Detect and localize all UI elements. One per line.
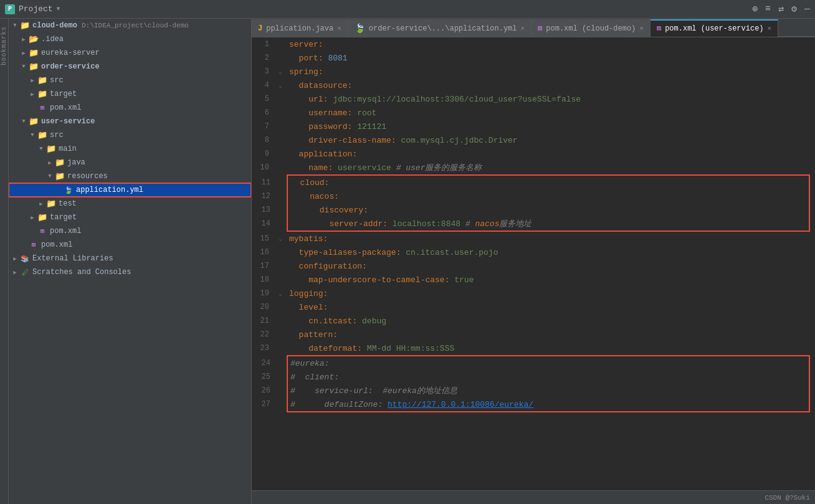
code-editor[interactable]: 1 server: 2 port: 8081 3 ⌄ spring: 4 ⌄ (252, 37, 815, 490)
sidebar-label-main: main (59, 145, 77, 153)
fold-3[interactable]: ⌄ (279, 69, 282, 75)
arrow-src-user (29, 131, 36, 139)
line-num-15: 15 (252, 234, 274, 243)
sidebar-item-idea[interactable]: 📂 .idea (9, 32, 251, 46)
minimize-icon[interactable]: — (804, 4, 810, 14)
scratches-icon: 🖊 (20, 267, 30, 277)
line-content-11: cloud: (288, 178, 809, 188)
folder-icon-test: 📁 (46, 199, 56, 209)
code-line-4: 4 ⌄ datasource: (252, 78, 815, 92)
gutter-3: ⌄ (274, 69, 287, 75)
code-line-9: 9 application: (252, 147, 815, 161)
tab-close-java[interactable]: × (337, 25, 341, 32)
bookmarks-label: bookmarks (1, 26, 7, 65)
line-content-15: mybatis: (287, 234, 815, 244)
folder-icon-user: 📁 (29, 116, 39, 126)
sidebar-label-scratches: Scratches and Consoles (32, 268, 131, 277)
tab-bar: J pplication.java × 🍃 order-service\...\… (252, 19, 815, 37)
sidebar-item-test[interactable]: 📁 test (9, 197, 251, 211)
project-title[interactable]: P Project ▼ (5, 4, 60, 14)
project-dropdown-arrow[interactable]: ▼ (57, 6, 60, 12)
line-content-2: port: 8081 (287, 54, 815, 63)
line-content-18: map-underscore-to-camel-case: true (287, 275, 815, 285)
sidebar-item-pom-order[interactable]: m pom.xml (9, 101, 251, 115)
tab-close-pom-cloud[interactable]: × (639, 25, 644, 32)
tab-close-order-yml[interactable]: × (520, 25, 525, 32)
tab-icon-order-yml: 🍃 (355, 23, 365, 34)
line-num-6: 6 (252, 108, 274, 117)
line-content-9: application: (287, 150, 815, 159)
line-num-26: 26 (253, 386, 275, 395)
line-content-13: discovery: (288, 206, 809, 215)
tab-pom-user[interactable]: m pom.xml (user-service) × (651, 19, 778, 37)
sidebar-label-target-user: target (50, 213, 77, 222)
tab-application-java[interactable]: J pplication.java × (252, 19, 348, 37)
sidebar-item-scratches[interactable]: 🖊 Scratches and Consoles (9, 265, 251, 279)
fold-15[interactable]: ⌄ (279, 235, 282, 242)
line-content-6: username: root (287, 108, 815, 118)
gutter-4: ⌄ (274, 82, 287, 89)
tab-label-pom-user: pom.xml (user-service) (665, 24, 763, 33)
line-num-9: 9 (252, 150, 274, 158)
bottom-right: CSDN @?Suki (765, 494, 810, 502)
m-icon-pom-cloud: m (29, 240, 39, 250)
toolbar-icons: ⊕ ≡ ⇄ ⚙ — (752, 3, 810, 15)
sidebar-item-user-service[interactable]: 📁 user-service (9, 115, 251, 128)
line-content-24: #eureka: (288, 359, 809, 368)
project-sidebar[interactable]: 📁 cloud-demo D:\IDEA_project\cloud-demo … (9, 19, 252, 504)
sidebar-item-pom-cloud[interactable]: m pom.xml (9, 238, 251, 252)
fold-4[interactable]: ⌄ (279, 82, 282, 89)
sidebar-item-order-service[interactable]: 📁 order-service (9, 60, 251, 74)
bottom-bar: CSDN @?Suki (252, 490, 815, 504)
sidebar-item-ext-libs[interactable]: 📚 External Libraries (9, 252, 251, 265)
line-content-25: # client: (288, 373, 809, 382)
line-num-18: 18 (252, 275, 274, 284)
line-content-27: # defaultZone: http://127.0.0.1:10086/eu… (288, 400, 809, 409)
line-num-21: 21 (252, 316, 274, 325)
sidebar-item-resources[interactable]: 📁 resources (9, 169, 251, 183)
sidebar-label-src-order: src (50, 76, 64, 85)
tab-pom-cloud[interactable]: m pom.xml (cloud-demo) × (531, 19, 651, 37)
line-num-10: 10 (252, 163, 274, 172)
sidebar-label-yml: application.yml (76, 186, 143, 194)
structure-icon[interactable]: ≡ (765, 4, 771, 14)
sidebar-item-application-yml[interactable]: 🍃 application.yml (9, 183, 251, 197)
line-content-26: # service-url: #eureka的地址信息 (288, 385, 809, 396)
sidebar-item-src-order[interactable]: 📁 src (9, 74, 251, 87)
line-num-17: 17 (252, 262, 274, 270)
sidebar-label-order: order-service (41, 62, 100, 71)
line-content-16: type-aliases-package: cn.itcast.user.poj… (287, 248, 815, 257)
tab-icon-java: J (258, 24, 262, 33)
fold-19[interactable]: ⌄ (279, 290, 282, 297)
arrow-src-order (29, 77, 36, 84)
sidebar-item-pom-user[interactable]: m pom.xml (9, 224, 251, 238)
sidebar-label-eureka: eureka-server (41, 49, 100, 57)
sidebar-item-java[interactable]: 📁 java (9, 156, 251, 169)
code-line-10: 10 name: userservice # user服务的服务名称 (252, 161, 815, 174)
code-line-5: 5 url: jdbc:mysql://localhost:3306/cloud… (252, 92, 815, 106)
sidebar-item-main[interactable]: 📁 main (9, 142, 251, 156)
code-line-1: 1 server: (252, 37, 815, 51)
line-num-7: 7 (252, 122, 274, 131)
sidebar-item-src-user[interactable]: 📁 src (9, 128, 251, 142)
code-line-3: 3 ⌄ spring: (252, 65, 815, 78)
sync-icon[interactable]: ⇄ (778, 3, 784, 15)
sidebar-item-cloud-demo[interactable]: 📁 cloud-demo D:\IDEA_project\cloud-demo (9, 19, 251, 32)
add-file-icon[interactable]: ⊕ (752, 3, 758, 15)
line-num-14: 14 (253, 219, 275, 228)
yml-icon: 🍃 (64, 185, 74, 195)
settings-icon[interactable]: ⚙ (791, 3, 797, 15)
line-content-3: spring: (287, 67, 815, 77)
tab-label-java: pplication.java (266, 24, 333, 33)
sidebar-item-target-order[interactable]: 📁 target (9, 87, 251, 101)
tab-order-yml[interactable]: 🍃 order-service\...\application.yml × (348, 19, 531, 37)
code-line-11: 11 cloud: (288, 176, 809, 189)
line-num-16: 16 (252, 248, 274, 257)
line-content-23: dateformat: MM-dd HH:mm:ss:SSS (287, 344, 815, 353)
sidebar-item-eureka-server[interactable]: 📁 eureka-server (9, 46, 251, 60)
line-num-27: 27 (253, 400, 275, 409)
code-line-25: 25 # client: (288, 370, 809, 384)
tab-close-pom-user[interactable]: × (768, 25, 772, 32)
sidebar-item-target-user[interactable]: 📁 target (9, 211, 251, 224)
sidebar-label-pom-cloud: pom.xml (41, 240, 72, 249)
